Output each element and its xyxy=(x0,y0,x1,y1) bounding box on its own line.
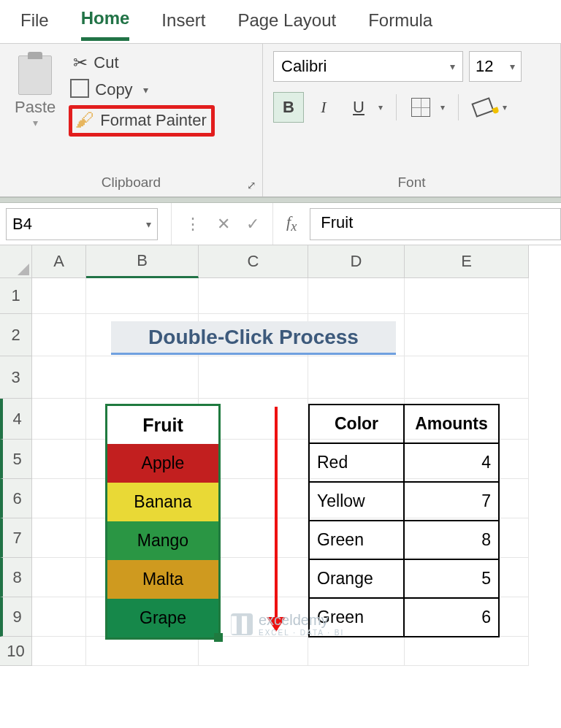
tab-page-layout[interactable]: Page Layout xyxy=(237,10,336,39)
color-cell[interactable]: Green xyxy=(309,521,404,559)
col-header-D[interactable]: D xyxy=(308,245,405,278)
chevron-down-icon[interactable]: ▾ xyxy=(450,61,455,72)
amount-cell[interactable]: 5 xyxy=(404,559,499,598)
formula-bar: B4 ▾ ⋮ ✕ ✓ fx Fruit xyxy=(0,203,561,245)
paste-button[interactable]: Paste ▾ xyxy=(10,51,60,137)
row-header-4[interactable]: 4 xyxy=(0,399,32,440)
row-header-6[interactable]: 6 xyxy=(0,479,32,518)
amount-header: Amounts xyxy=(404,405,499,443)
tab-file[interactable]: File xyxy=(20,10,49,39)
watermark-brand: exceldemy xyxy=(259,612,344,629)
grid: 1 2 3 4 5 6 7 8 9 10 Double-Click Proces… xyxy=(0,278,561,666)
tab-home[interactable]: Home xyxy=(81,8,130,41)
font-size-select[interactable]: 12 ▾ xyxy=(469,51,522,82)
borders-button[interactable] xyxy=(405,92,436,123)
fruit-cell: Banana xyxy=(107,483,218,521)
copy-label: Copy xyxy=(95,80,132,99)
ribbon-tabs: File Home Insert Page Layout Formula xyxy=(0,0,561,44)
format-painter-label: Format Painter xyxy=(100,111,207,130)
font-name-value: Calibri xyxy=(281,57,327,76)
chevron-down-icon[interactable]: ▾ xyxy=(33,117,38,129)
row-header-1[interactable]: 1 xyxy=(0,278,32,314)
row-header-7[interactable]: 7 xyxy=(0,518,32,558)
col-header-B[interactable]: B xyxy=(86,245,199,278)
copy-icon xyxy=(73,82,89,98)
chevron-down-icon[interactable]: ▾ xyxy=(436,92,449,123)
brush-icon: 🖌 xyxy=(75,109,94,131)
fruit-cell: Apple xyxy=(107,444,218,483)
arrow-annotation xyxy=(275,407,278,630)
fruit-cell: Malta xyxy=(107,560,218,599)
chevron-down-icon[interactable]: ▾ xyxy=(498,92,511,123)
sheet-title: Double-Click Process xyxy=(111,321,396,355)
cancel-icon[interactable]: ✕ xyxy=(217,215,230,234)
formula-input[interactable]: Fruit xyxy=(310,208,561,240)
row-header-2[interactable]: 2 xyxy=(0,314,32,356)
chevron-down-icon[interactable]: ▾ xyxy=(143,84,148,96)
cut-button[interactable]: ✂ Cut xyxy=(69,51,215,74)
fx-icon[interactable]: fx xyxy=(273,212,310,234)
group-font: Calibri ▾ 12 ▾ B I U ▾ ▾ ▾ xyxy=(263,44,561,196)
amount-cell[interactable]: 4 xyxy=(404,443,499,482)
amount-cell[interactable]: 6 xyxy=(404,598,499,637)
bold-button[interactable]: B xyxy=(273,92,304,123)
watermark-sub: EXCEL · DATA · BI xyxy=(259,629,344,637)
paste-icon xyxy=(18,55,52,95)
italic-button[interactable]: I xyxy=(308,92,339,123)
copy-button[interactable]: Copy ▾ xyxy=(69,79,215,101)
separator xyxy=(458,94,459,120)
row-headers: 1 2 3 4 5 6 7 8 9 10 xyxy=(0,278,32,666)
color-cell[interactable]: Yellow xyxy=(309,482,404,521)
underline-button[interactable]: U xyxy=(343,92,374,123)
group-clipboard-title: Clipboard xyxy=(10,175,252,194)
color-cell[interactable]: Orange xyxy=(309,559,404,598)
amount-cell[interactable]: 7 xyxy=(404,482,499,521)
font-size-value: 12 xyxy=(476,57,493,76)
color-cell[interactable]: Red xyxy=(309,443,404,482)
clipboard-launcher-icon[interactable]: ⤢ xyxy=(245,179,258,192)
chevron-down-icon[interactable]: ▾ xyxy=(374,92,387,123)
watermark: ▌▌ exceldemy EXCEL · DATA · BI xyxy=(231,612,344,637)
fruit-header: Fruit xyxy=(107,406,218,444)
row-header-5[interactable]: 5 xyxy=(0,440,32,479)
enter-icon[interactable]: ✓ xyxy=(246,215,259,234)
tab-formulas[interactable]: Formula xyxy=(368,10,432,39)
fruit-cell: Mango xyxy=(107,521,218,560)
font-name-select[interactable]: Calibri ▾ xyxy=(273,51,463,82)
select-all-button[interactable] xyxy=(0,245,32,278)
paste-label: Paste xyxy=(15,98,56,117)
border-icon xyxy=(411,98,430,117)
scissors-icon: ✂ xyxy=(73,53,88,73)
chevron-down-icon[interactable]: ▾ xyxy=(146,218,151,230)
fill-color-button[interactable] xyxy=(468,92,498,123)
group-font-title: Font xyxy=(273,175,550,194)
row-header-3[interactable]: 3 xyxy=(0,356,32,399)
tab-insert[interactable]: Insert xyxy=(161,10,205,39)
watermark-icon: ▌▌ xyxy=(231,613,253,635)
col-header-A[interactable]: A xyxy=(32,245,86,278)
formula-controls: ⋮ ✕ ✓ xyxy=(171,203,273,245)
more-icon[interactable]: ⋮ xyxy=(185,215,201,234)
name-box-value: B4 xyxy=(12,215,32,234)
fill-icon xyxy=(471,97,494,118)
separator xyxy=(396,94,397,120)
fruit-cell: Grape xyxy=(107,599,218,637)
cells-area[interactable]: Double-Click Process Fruit Apple Banana … xyxy=(32,278,561,666)
fruit-table-selection[interactable]: Fruit Apple Banana Mango Malta Grape xyxy=(105,404,221,640)
divider xyxy=(0,197,561,203)
row-header-9[interactable]: 9 xyxy=(0,597,32,637)
fill-handle[interactable] xyxy=(214,633,223,642)
col-header-E[interactable]: E xyxy=(405,245,529,278)
col-header-C[interactable]: C xyxy=(199,245,308,278)
row-header-10[interactable]: 10 xyxy=(0,637,32,666)
amount-cell[interactable]: 8 xyxy=(404,521,499,559)
row-header-8[interactable]: 8 xyxy=(0,558,32,597)
group-clipboard: Paste ▾ ✂ Cut Copy ▾ 🖌 Format Painter xyxy=(0,44,263,196)
color-amount-table: Color Amounts Red4 Yellow7 Green8 Orange… xyxy=(308,404,500,637)
format-painter-button[interactable]: 🖌 Format Painter xyxy=(69,105,215,137)
chevron-down-icon[interactable]: ▾ xyxy=(510,61,515,72)
name-box[interactable]: B4 ▾ xyxy=(6,208,158,240)
column-header-row: A B C D E xyxy=(0,245,561,278)
color-header: Color xyxy=(309,405,404,443)
cut-label: Cut xyxy=(94,53,118,72)
